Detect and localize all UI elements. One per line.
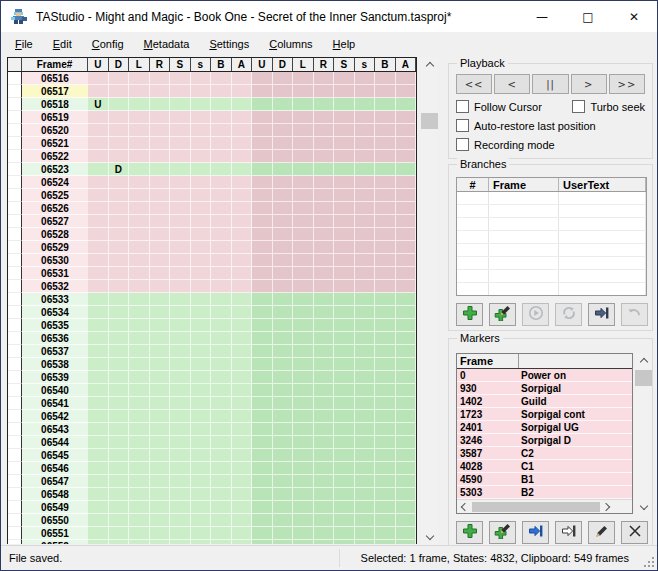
input-cell[interactable]	[150, 358, 171, 371]
menu-file[interactable]: File	[7, 35, 41, 53]
input-cell[interactable]	[355, 410, 376, 423]
input-cell[interactable]	[211, 85, 232, 98]
input-cell[interactable]	[334, 501, 355, 514]
input-cell[interactable]	[355, 527, 376, 540]
input-cell[interactable]	[150, 280, 171, 293]
input-cell[interactable]	[314, 241, 335, 254]
input-cell[interactable]	[211, 241, 232, 254]
grid-header-col-p2-D[interactable]: D	[273, 58, 294, 71]
input-cell[interactable]	[334, 449, 355, 462]
input-cell[interactable]	[293, 397, 314, 410]
input-cell[interactable]	[88, 228, 109, 241]
input-cell[interactable]	[129, 72, 150, 85]
input-cell[interactable]	[314, 462, 335, 475]
input-cell[interactable]	[129, 384, 150, 397]
input-cell[interactable]	[88, 410, 109, 423]
frame-number-cell[interactable]: 06516	[22, 72, 88, 85]
frame-number-cell[interactable]: 06546	[22, 462, 88, 475]
input-cell[interactable]	[273, 306, 294, 319]
input-cell[interactable]	[88, 449, 109, 462]
input-cell[interactable]	[355, 202, 376, 215]
input-cell[interactable]	[129, 176, 150, 189]
marker-row[interactable]: 930Sorpigal	[457, 382, 632, 395]
input-cell[interactable]	[211, 72, 232, 85]
input-cell[interactable]	[232, 280, 253, 293]
add-branch-with-text-button[interactable]	[489, 303, 516, 326]
frame-number-cell[interactable]: 06527	[22, 215, 88, 228]
input-cell[interactable]	[252, 384, 273, 397]
input-cell[interactable]	[129, 514, 150, 527]
input-cell[interactable]	[232, 345, 253, 358]
input-cell[interactable]	[375, 488, 396, 501]
input-cell[interactable]	[355, 540, 376, 544]
frame-number-cell[interactable]: 06524	[22, 176, 88, 189]
input-cell[interactable]	[396, 176, 417, 189]
input-cell[interactable]	[211, 163, 232, 176]
input-cell[interactable]	[273, 202, 294, 215]
input-cell[interactable]	[109, 449, 130, 462]
input-cell[interactable]	[191, 462, 212, 475]
input-cell[interactable]	[129, 449, 150, 462]
input-cell[interactable]	[170, 371, 191, 384]
input-cell[interactable]	[375, 449, 396, 462]
input-cell[interactable]	[109, 501, 130, 514]
input-cell[interactable]	[252, 527, 273, 540]
frame-number-cell[interactable]: 06531	[22, 267, 88, 280]
input-cell[interactable]	[150, 228, 171, 241]
input-cell[interactable]	[109, 124, 130, 137]
input-cell[interactable]	[232, 423, 253, 436]
recording-mode-checkbox[interactable]: Recording mode	[456, 138, 555, 151]
input-cell[interactable]	[252, 514, 273, 527]
input-cell[interactable]	[273, 228, 294, 241]
input-cell[interactable]	[191, 540, 212, 544]
input-cell[interactable]	[273, 436, 294, 449]
input-cell[interactable]	[129, 540, 150, 544]
input-cell[interactable]	[191, 267, 212, 280]
scroll-left-button[interactable]	[457, 500, 471, 514]
input-cell[interactable]	[88, 384, 109, 397]
menu-settings[interactable]: Settings	[201, 35, 257, 53]
input-cell[interactable]	[334, 98, 355, 111]
input-cell[interactable]	[375, 358, 396, 371]
input-cell[interactable]	[273, 540, 294, 544]
branch-row[interactable]	[457, 218, 646, 231]
input-cell[interactable]	[88, 540, 109, 544]
input-cell[interactable]	[314, 540, 335, 544]
input-cell[interactable]	[150, 241, 171, 254]
input-cell[interactable]	[314, 189, 335, 202]
input-cell[interactable]	[109, 397, 130, 410]
input-cell[interactable]	[252, 150, 273, 163]
input-cell[interactable]	[232, 475, 253, 488]
input-cell[interactable]	[293, 488, 314, 501]
input-cell[interactable]	[150, 85, 171, 98]
input-cell[interactable]	[191, 176, 212, 189]
input-cell[interactable]	[129, 501, 150, 514]
input-cell[interactable]	[334, 163, 355, 176]
input-cell[interactable]	[252, 267, 273, 280]
input-cell[interactable]	[88, 241, 109, 254]
input-cell[interactable]	[88, 189, 109, 202]
input-cell[interactable]	[355, 280, 376, 293]
input-cell[interactable]	[273, 514, 294, 527]
input-cell[interactable]	[191, 319, 212, 332]
input-cell[interactable]	[273, 72, 294, 85]
input-cell[interactable]	[314, 215, 335, 228]
input-cell[interactable]	[150, 423, 171, 436]
input-cell[interactable]	[375, 124, 396, 137]
input-cell[interactable]	[375, 176, 396, 189]
input-cell[interactable]	[375, 319, 396, 332]
input-cell[interactable]	[314, 202, 335, 215]
input-cell[interactable]	[355, 228, 376, 241]
title-bar[interactable]: TAStudio - Might and Magic - Book One - …	[1, 1, 657, 32]
input-cell[interactable]	[88, 72, 109, 85]
jump-to-marker-button[interactable]	[522, 521, 549, 544]
input-cell[interactable]	[232, 514, 253, 527]
input-cell[interactable]	[232, 332, 253, 345]
input-cell[interactable]	[293, 124, 314, 137]
input-cell[interactable]	[129, 98, 150, 111]
input-cell[interactable]	[191, 189, 212, 202]
input-cell[interactable]	[273, 85, 294, 98]
input-cell[interactable]	[211, 176, 232, 189]
input-cell[interactable]	[252, 124, 273, 137]
frame-number-cell[interactable]: 06538	[22, 358, 88, 371]
